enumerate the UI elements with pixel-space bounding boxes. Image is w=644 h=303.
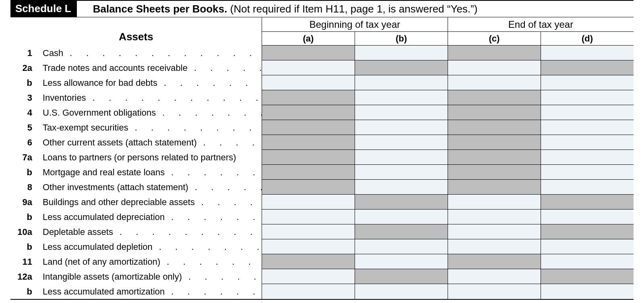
data-row <box>262 254 634 269</box>
data-row <box>262 90 634 105</box>
data-row <box>262 180 634 195</box>
cell-a[interactable] <box>262 284 355 299</box>
cell-d <box>541 224 634 239</box>
data-row <box>262 165 634 180</box>
cell-b[interactable] <box>355 120 448 135</box>
schedule-badge: Schedule L <box>10 1 77 17</box>
data-column: Beginning of tax year End of tax year (a… <box>262 17 634 299</box>
col-header-a: (a) <box>262 32 355 46</box>
labels-column: Assets 1Cash2aTrade notes and accounts r… <box>10 17 262 299</box>
cell-a[interactable] <box>262 269 355 284</box>
line-label: Tax-exempt securities <box>35 122 262 133</box>
data-row <box>262 120 634 135</box>
schedule-title-bold: Balance Sheets per Books. <box>93 3 227 15</box>
period-headers: Beginning of tax year End of tax year <box>262 17 634 32</box>
cell-b[interactable] <box>355 165 448 180</box>
data-row <box>262 210 634 224</box>
cell-b[interactable] <box>355 135 448 150</box>
cell-b[interactable] <box>355 180 448 195</box>
line-label: Trade notes and accounts receivable <box>35 63 262 73</box>
cell-a <box>262 46 355 60</box>
period-header-begin: Beginning of tax year <box>262 17 448 32</box>
cell-c <box>448 90 541 105</box>
cell-d[interactable] <box>541 46 634 60</box>
cell-d[interactable] <box>541 120 634 135</box>
cell-a <box>262 150 355 165</box>
line-number: 6 <box>10 137 35 148</box>
cell-c[interactable] <box>448 195 541 210</box>
schedule-header: Schedule L Balance Sheets per Books. (No… <box>10 1 634 17</box>
cell-d[interactable] <box>541 135 634 150</box>
cell-c[interactable] <box>448 284 541 299</box>
line-label: Less accumulated depreciation <box>35 212 262 222</box>
cell-b[interactable] <box>355 284 448 299</box>
line-row: bLess allowance for bad debts <box>10 75 262 90</box>
line-number: b <box>10 167 35 178</box>
cell-b[interactable] <box>355 75 448 90</box>
line-row: 10aDepletable assets <box>10 224 262 239</box>
cell-c[interactable] <box>448 75 541 90</box>
cell-a[interactable] <box>262 75 355 90</box>
cell-d[interactable] <box>541 180 634 195</box>
cell-b[interactable] <box>355 210 448 224</box>
line-row: bLess accumulated depletion <box>10 239 262 254</box>
cell-b[interactable] <box>355 150 448 165</box>
line-label: Less accumulated depletion <box>35 242 262 252</box>
cell-d[interactable] <box>541 75 634 90</box>
cell-b[interactable] <box>355 90 448 105</box>
line-label: Less allowance for bad debts <box>35 78 262 88</box>
cell-c <box>448 135 541 150</box>
cell-d[interactable] <box>541 90 634 105</box>
cell-d[interactable] <box>541 254 634 269</box>
cell-b[interactable] <box>355 105 448 120</box>
cell-d[interactable] <box>541 105 634 120</box>
line-label: Mortgage and real estate loans <box>35 167 262 178</box>
cell-c <box>448 165 541 180</box>
line-row: 11Land (net of any amortization) <box>10 254 262 269</box>
cell-c <box>448 180 541 195</box>
cell-d <box>541 269 634 284</box>
line-number: 11 <box>10 257 35 267</box>
cell-d[interactable] <box>541 239 634 254</box>
cell-a[interactable] <box>262 195 355 210</box>
line-number: 1 <box>10 48 35 58</box>
cell-d[interactable] <box>541 210 634 224</box>
line-label: Less accumulated amortization <box>35 286 262 297</box>
cell-d <box>541 60 634 75</box>
line-row: 1Cash <box>10 46 262 60</box>
cell-a[interactable] <box>262 60 355 75</box>
col-header-c: (c) <box>448 32 541 46</box>
form-container: Schedule L Balance Sheets per Books. (No… <box>10 0 634 303</box>
line-label: Other current assets (attach statement) <box>35 137 262 148</box>
line-row: 4U.S. Government obligations <box>10 105 262 120</box>
cell-b[interactable] <box>355 254 448 269</box>
cell-b <box>355 60 448 75</box>
cell-c[interactable] <box>448 60 541 75</box>
cell-a[interactable] <box>262 210 355 224</box>
cell-d[interactable] <box>541 284 634 299</box>
cell-c[interactable] <box>448 239 541 254</box>
schedule-title: Balance Sheets per Books. (Not required … <box>77 2 478 16</box>
line-label: Cash <box>35 48 262 58</box>
cell-a[interactable] <box>262 224 355 239</box>
cell-a <box>262 254 355 269</box>
cell-c[interactable] <box>448 210 541 224</box>
cell-d[interactable] <box>541 150 634 165</box>
line-row: 2aTrade notes and accounts receivable <box>10 60 262 75</box>
line-label: Loans to partners (or persons related to… <box>35 152 262 163</box>
schedule-title-rest: (Not required if Item H11, page 1, is an… <box>227 3 478 15</box>
cell-c <box>448 105 541 120</box>
cell-d[interactable] <box>541 165 634 180</box>
cell-b <box>355 269 448 284</box>
line-label: Inventories <box>35 93 262 103</box>
data-row <box>262 269 634 284</box>
cell-b[interactable] <box>355 239 448 254</box>
cell-c[interactable] <box>448 269 541 284</box>
data-row <box>262 46 634 60</box>
data-row <box>262 60 634 75</box>
cell-b[interactable] <box>355 46 448 60</box>
data-row <box>262 105 634 120</box>
cell-a[interactable] <box>262 239 355 254</box>
cell-c[interactable] <box>448 224 541 239</box>
line-label: Other investments (attach statement) <box>35 182 262 193</box>
